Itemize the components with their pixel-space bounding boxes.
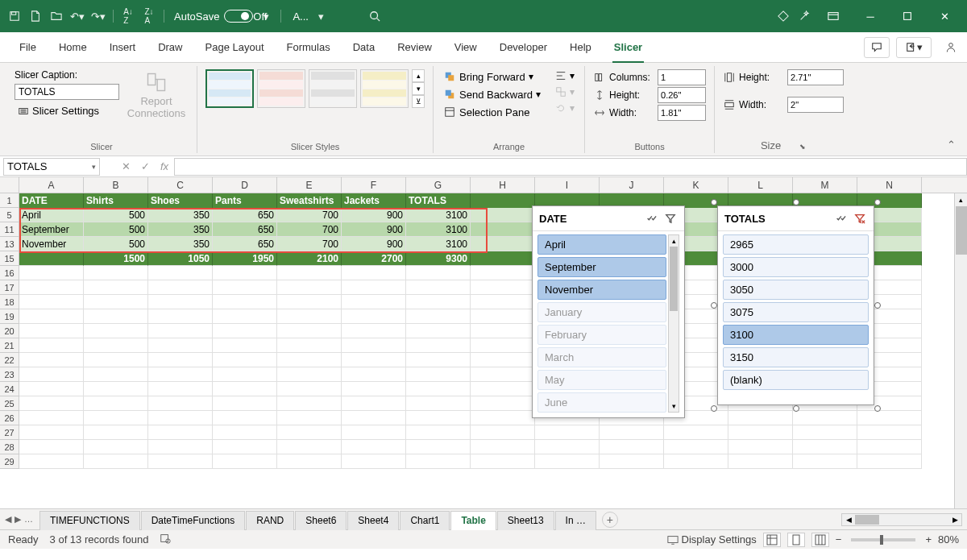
cell[interactable] — [277, 338, 342, 353]
rotate-button[interactable]: ▾ — [554, 102, 576, 114]
close-icon[interactable]: ✕ — [928, 4, 961, 28]
cell[interactable] — [277, 367, 342, 382]
cell[interactable] — [406, 440, 471, 454]
menu-draw[interactable]: Draw — [147, 32, 193, 63]
cell[interactable] — [213, 309, 277, 324]
cell[interactable] — [213, 382, 277, 396]
cell[interactable]: 700 — [277, 222, 342, 237]
cell[interactable] — [277, 454, 342, 469]
cell[interactable]: 350 — [148, 237, 213, 251]
slicer-settings-button[interactable]: Slicer Settings — [15, 103, 119, 118]
undo-icon[interactable]: ↶▾ — [69, 8, 85, 24]
cell[interactable] — [471, 280, 535, 295]
cell[interactable] — [471, 193, 535, 208]
cell[interactable] — [277, 440, 342, 454]
cell[interactable] — [728, 454, 793, 469]
style-down-button[interactable]: ▾ — [412, 82, 425, 95]
cell[interactable] — [213, 324, 277, 338]
slicer-scrollbar[interactable]: ▴▾ — [668, 234, 679, 413]
zoom-slider[interactable] — [851, 538, 915, 541]
cell[interactable] — [19, 382, 84, 396]
cell[interactable]: 500 — [84, 208, 148, 222]
cell[interactable] — [471, 208, 535, 222]
zoom-out-button[interactable]: − — [836, 533, 842, 545]
cell[interactable] — [148, 367, 213, 382]
cell[interactable]: 2700 — [342, 251, 406, 266]
tab-nav-more[interactable]: … — [24, 514, 33, 525]
slicer-item[interactable]: November — [537, 280, 666, 300]
slicer-item[interactable]: (blank) — [723, 370, 869, 390]
sheet-tab[interactable]: Sheet13 — [497, 511, 554, 530]
cell[interactable] — [84, 353, 148, 367]
cell[interactable] — [342, 353, 406, 367]
title-dropdown-icon[interactable]: ▾ — [313, 8, 330, 24]
cell[interactable] — [471, 237, 535, 251]
menu-view[interactable]: View — [443, 32, 488, 63]
cell[interactable] — [19, 338, 84, 353]
slicer-item[interactable]: April — [537, 234, 666, 255]
cell[interactable] — [19, 266, 84, 280]
cell[interactable]: 1950 — [213, 251, 277, 266]
diamond-icon[interactable] — [775, 8, 791, 24]
selection-pane-button[interactable]: Selection Pane — [442, 105, 542, 119]
cell[interactable] — [600, 425, 664, 440]
minimize-icon[interactable]: ─ — [854, 4, 886, 28]
style-thumb-4[interactable] — [360, 69, 409, 108]
slicer-item[interactable]: March — [537, 347, 666, 367]
col-header-D[interactable]: D — [213, 177, 277, 193]
cell[interactable] — [535, 454, 600, 469]
sheet-tab[interactable]: RAND — [246, 511, 294, 530]
cell[interactable] — [342, 295, 406, 309]
cell[interactable] — [84, 338, 148, 353]
cell[interactable] — [471, 222, 535, 237]
cell[interactable] — [148, 295, 213, 309]
slicer-item[interactable]: January — [537, 302, 666, 322]
cell[interactable]: 2100 — [277, 251, 342, 266]
vertical-scrollbar[interactable]: ▴ — [954, 193, 967, 508]
cell[interactable] — [277, 309, 342, 324]
col-header-I[interactable]: I — [535, 177, 600, 193]
cell[interactable] — [793, 425, 857, 440]
row-header[interactable]: 1 — [0, 193, 19, 208]
accept-formula-icon[interactable]: ✓ — [135, 158, 155, 176]
cell[interactable]: 650 — [213, 208, 277, 222]
cell[interactable] — [406, 266, 471, 280]
columns-input[interactable] — [658, 69, 706, 85]
cell[interactable] — [148, 338, 213, 353]
cell[interactable] — [84, 309, 148, 324]
cell[interactable] — [406, 425, 471, 440]
comments-button[interactable] — [864, 37, 890, 58]
slicer-totals[interactable]: TOTALS 296530003050307531003150(blank) — [717, 205, 874, 405]
cell[interactable]: Pants — [213, 193, 277, 208]
row-header[interactable]: 21 — [0, 338, 19, 353]
cell[interactable] — [406, 280, 471, 295]
cell[interactable]: 700 — [277, 237, 342, 251]
slicer-item[interactable]: 3075 — [723, 302, 869, 322]
row-header[interactable]: 27 — [0, 425, 19, 440]
slicer-date[interactable]: DATE AprilSeptemberNovemberJanuaryFebrua… — [532, 205, 685, 418]
cell[interactable] — [148, 396, 213, 411]
cell[interactable]: 650 — [213, 222, 277, 237]
cell[interactable] — [406, 367, 471, 382]
style-up-button[interactable]: ▴ — [412, 69, 425, 82]
page-layout-view-button[interactable] — [787, 533, 805, 547]
cell[interactable] — [406, 353, 471, 367]
col-header-K[interactable]: K — [664, 177, 728, 193]
cell[interactable] — [471, 454, 535, 469]
sheet-tab[interactable]: In … — [555, 511, 596, 530]
row-header[interactable]: 11 — [0, 222, 19, 237]
cell[interactable]: DATE — [19, 193, 84, 208]
cell[interactable] — [342, 454, 406, 469]
doc-title[interactable]: A... — [293, 10, 309, 23]
multi-select-icon[interactable] — [644, 211, 658, 226]
macro-record-icon[interactable] — [160, 533, 171, 546]
select-all-corner[interactable] — [0, 177, 19, 193]
cell[interactable]: 900 — [342, 237, 406, 251]
cell[interactable] — [857, 454, 922, 469]
cancel-formula-icon[interactable]: ✕ — [116, 158, 135, 176]
cell[interactable] — [342, 411, 406, 425]
slicer-item[interactable]: June — [537, 392, 666, 413]
cell[interactable] — [84, 324, 148, 338]
cell[interactable] — [148, 266, 213, 280]
row-header[interactable]: 22 — [0, 353, 19, 367]
